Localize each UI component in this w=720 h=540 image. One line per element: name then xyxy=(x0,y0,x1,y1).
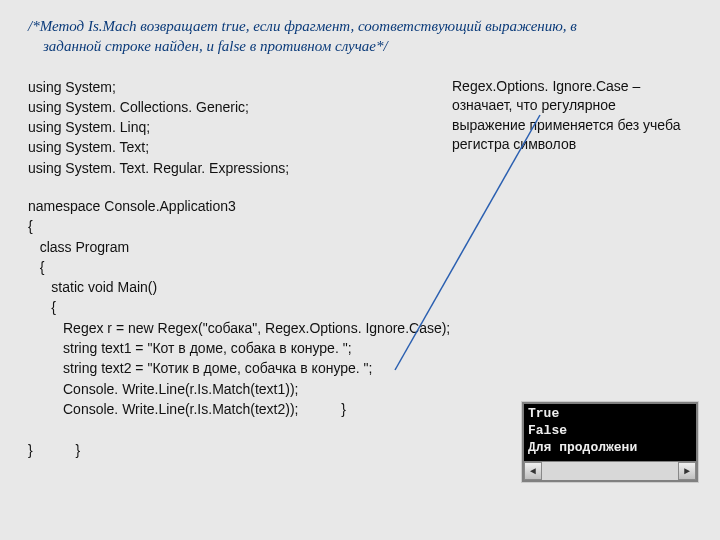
using-line: using System. Text; xyxy=(28,137,408,157)
annotation-text: Regex.Options. Ignore.Case – означает, ч… xyxy=(452,77,692,155)
using-line: using System; xyxy=(28,77,408,97)
console-window: True False Для продолжени ◄ ► xyxy=(522,402,698,482)
console-line: False xyxy=(528,423,567,438)
scroll-track[interactable] xyxy=(542,462,678,480)
using-line: using System. Text. Regular. Expressions… xyxy=(28,158,408,178)
console-output: True False Для продолжени xyxy=(524,404,696,461)
scroll-left-icon[interactable]: ◄ xyxy=(524,462,542,480)
title-line-2: заданной строке найден, и false в против… xyxy=(43,38,388,54)
scroll-right-icon[interactable]: ► xyxy=(678,462,696,480)
using-line: using System. Linq; xyxy=(28,117,408,137)
using-block: using System; using System. Collections.… xyxy=(28,77,408,178)
comment-title: /*Метод Is.Mach возвращает true, если фр… xyxy=(28,16,692,57)
using-line: using System. Collections. Generic; xyxy=(28,97,408,117)
title-line-1: /*Метод Is.Mach возвращает true, если фр… xyxy=(28,18,577,34)
console-line: Для продолжени xyxy=(528,440,637,455)
slide: /*Метод Is.Mach возвращает true, если фр… xyxy=(0,0,720,540)
console-line: True xyxy=(528,406,559,421)
console-scrollbar[interactable]: ◄ ► xyxy=(524,461,696,480)
